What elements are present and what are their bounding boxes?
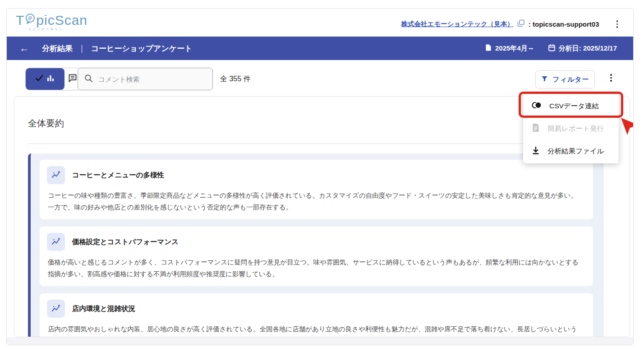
copy-icon[interactable] [517,19,525,29]
analysis-date-label: 分析日: 2025/12/17 [559,44,617,53]
menu-item-label: 簡易レポート発行 [547,124,604,134]
content-bottom-band [7,337,633,345]
view-toggle [25,68,81,90]
menu-item-analysis-file[interactable]: 分析結果ファイル [523,140,619,162]
filter-button-label: フィルター [552,75,589,84]
check-icon [36,75,43,83]
company-link[interactable]: 株式会社エモーションテック（見本） [401,20,514,28]
brand-subtitle: トピックスキャン [28,27,87,32]
actions-dropdown-menu: CSVデータ連結 簡易レポート発行 [523,94,619,163]
topic-title: 価格設定とコストパフォーマンス [72,237,179,247]
comment-search-box [78,68,213,90]
insights-icon [47,300,65,318]
back-arrow-icon[interactable]: ← [19,43,29,53]
title-bar-meta: 2025年4月～ 分析日: 2025/12/17 [485,44,617,53]
menu-item-label: CSVデータ連結 [549,102,599,111]
page-title: 分析結果 ｜ コーヒーショップアンケート [42,43,193,54]
download-icon [531,146,540,157]
search-icon [84,74,93,84]
funnel-icon [541,75,548,84]
section-title: 全体要約 [28,117,64,130]
topic-body: コーヒーの味や種類の豊富さ、季節限定商品などメニューの多様性が高く評価されている… [48,190,581,213]
toolbar: 全 355 件 フィルター [7,60,633,96]
menu-item-simple-report[interactable]: 簡易レポート発行 [523,117,619,140]
menu-item-csv-join[interactable]: CSVデータ連結 [523,95,619,117]
topic-body: 価格が高いと感じるコメントが多く、コストパフォーマンスに疑問を持つ意見が目立つ。… [48,256,581,280]
report-file-icon [531,123,540,134]
account-area: 株式会社エモーションテック（見本） : topicscan-support03 [401,18,621,31]
search-input[interactable] [98,75,206,83]
topic-card: 価格設定とコストパフォーマンス 価格が高いと感じるコメントが多く、コストパフォー… [40,227,593,286]
menu-item-label: 分析結果ファイル [547,147,604,156]
insights-icon [47,233,65,251]
summary-panel: コーヒーとメニューの多様性 コーヒーの味や種類の豊富さ、季節限定商品などメニュー… [28,153,603,337]
total-count-label: 全 355 件 [220,74,251,84]
comment-icon [68,74,77,84]
insights-icon [47,166,65,184]
topic-card: コーヒーとメニューの多様性 コーヒーの味や種類の豊富さ、季節限定商品などメニュー… [40,160,593,219]
analysis-title-bar: ← 分析結果 ｜ コーヒーショップアンケート 2025年4月～ [7,37,633,60]
join-circles-icon [531,100,542,112]
document-icon [485,44,492,53]
brand-letter: T [16,13,24,28]
page-title-separator: ｜ [78,43,86,54]
speech-bubble-icon [24,12,36,28]
brand-rest: picScan [36,13,87,28]
topic-card: 店内環境と混雑状況 店内の雰囲気やおしゃれな内装、居心地の良さが高く評価されてい… [40,293,593,337]
topic-body: 店内の雰囲気やおしゃれな内装、居心地の良さが高く評価されている。全国各地に店舗が… [48,323,581,337]
topic-title: コーヒーとメニューの多様性 [72,171,164,180]
period-label: 2025年4月～ [495,44,534,53]
analysis-date-chip: 分析日: 2025/12/17 [548,44,617,53]
chart-view-toggle-selected[interactable] [26,68,64,90]
period-chip: 2025年4月～ [485,44,534,53]
header-kebab-menu-icon[interactable] [613,18,622,31]
workspace-id: : topicscan-support03 [529,20,599,28]
page: T picScan トピックスキャン 株式会社エモーショ [0,0,644,352]
filter-button[interactable]: フィルター [535,70,595,88]
top-header: T picScan トピックスキャン 株式会社エモーショ [7,9,633,37]
survey-name: コーヒーショップアンケート [91,43,193,54]
page-title-prefix: 分析結果 [42,43,73,54]
section-divider [28,144,603,144]
bar-chart-icon [46,74,55,84]
app-window: T picScan トピックスキャン 株式会社エモーショ [6,8,634,345]
calendar-icon [548,44,556,53]
toolbar-kebab-menu-icon[interactable] [607,71,616,84]
brand-logo: T picScan トピックスキャン [16,12,87,32]
topic-title: 店内環境と混雑状況 [72,304,135,314]
